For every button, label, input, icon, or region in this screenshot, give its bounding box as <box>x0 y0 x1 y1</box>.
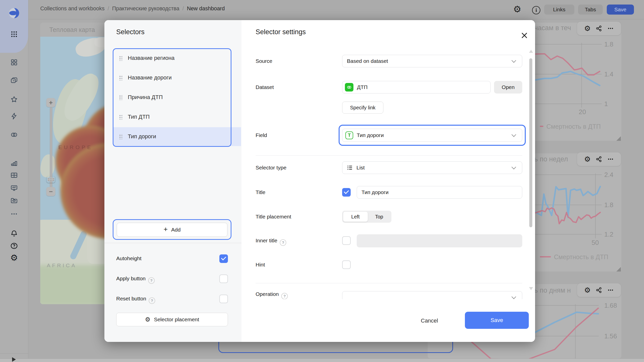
reset-button-checkbox[interactable] <box>219 295 228 303</box>
gear-icon[interactable] <box>584 287 591 294</box>
section-divider <box>256 283 522 283</box>
settings-panel-title: Selector settings <box>256 28 306 36</box>
title-label: Title <box>256 189 265 195</box>
drag-handle-icon[interactable] <box>119 75 122 80</box>
source-select[interactable]: Based on dataset <box>342 55 522 67</box>
chevron-down-icon <box>511 294 516 299</box>
source-value: Based on dataset <box>347 58 388 64</box>
reset-button-label: Reset button <box>116 296 155 304</box>
more-icon[interactable] <box>607 287 614 293</box>
title-placement-label: Title placement <box>256 214 291 220</box>
selector-item-label: Причина ДТП <box>128 94 163 101</box>
inner-title-label: Inner title <box>256 238 286 246</box>
more-icon[interactable] <box>607 25 614 32</box>
close-icon[interactable] <box>520 31 529 40</box>
inner-title-checkbox[interactable] <box>342 236 351 245</box>
title-input-value: Тип дороги <box>361 189 389 195</box>
list-icon <box>347 165 353 171</box>
operation-row-clipped: Operation <box>242 287 535 299</box>
dataset-field[interactable]: ДТП <box>342 81 491 94</box>
gear-icon[interactable] <box>584 156 591 163</box>
hint-label: Hint <box>256 262 265 268</box>
share-icon[interactable] <box>596 287 602 293</box>
placement-button-label: Selector placement <box>154 316 199 323</box>
apply-button-checkbox[interactable] <box>219 275 228 283</box>
source-label: Source <box>256 58 272 64</box>
expand-play-icon[interactable] <box>12 357 16 362</box>
help-icon[interactable] <box>281 293 288 299</box>
cancel-button[interactable]: Cancel <box>416 314 443 328</box>
save-button[interactable]: Save <box>465 312 529 329</box>
resize-handle[interactable] <box>616 136 621 141</box>
selector-type-value: List <box>356 165 365 171</box>
help-icon[interactable] <box>280 239 286 246</box>
drag-handle-icon[interactable] <box>119 114 122 120</box>
dataset-icon <box>345 83 353 92</box>
autoheight-label: Autoheight <box>116 255 141 261</box>
section-divider <box>256 155 522 156</box>
field-value: Тип дороги <box>357 132 384 138</box>
open-dataset-button[interactable]: Open <box>494 81 522 94</box>
operation-label: Operation <box>256 291 288 299</box>
selector-item-label: Тип дороги <box>128 133 156 140</box>
resize-handle[interactable] <box>616 267 621 272</box>
selector-type-select[interactable]: List <box>342 161 522 174</box>
apply-button-label: Apply button <box>116 276 155 284</box>
chevron-down-icon <box>511 132 516 137</box>
selector-list-item[interactable]: Название региона <box>113 48 231 68</box>
selector-item-label: Название региона <box>128 55 175 61</box>
help-icon[interactable] <box>149 297 155 304</box>
chart-widget-toolbar <box>577 22 621 35</box>
scroll-down-icon[interactable] <box>529 287 533 290</box>
help-icon[interactable] <box>148 277 155 284</box>
selector-item-label: Название дороги <box>128 74 172 81</box>
gear-icon[interactable] <box>584 25 591 32</box>
more-icon[interactable] <box>607 156 614 162</box>
drag-handle-icon[interactable] <box>119 55 122 61</box>
scrollbar-thumb[interactable] <box>529 58 532 227</box>
add-button-label: Add <box>171 227 180 233</box>
title-checkbox[interactable] <box>342 188 351 197</box>
text-field-type-icon: T <box>345 131 353 139</box>
title-placement-segmented: Left Top <box>342 211 391 223</box>
app-root: Collections and workbooks/Практические р… <box>0 0 644 362</box>
add-selector-button[interactable]: Add <box>117 223 227 237</box>
inner-title-input-disabled <box>357 234 522 247</box>
hint-check_box[interactable] <box>342 260 351 269</box>
operation-select[interactable] <box>342 291 522 299</box>
chart-widget-title: ь по дням н <box>534 287 571 294</box>
plus-icon <box>164 227 168 233</box>
title-input[interactable]: Тип дороги <box>357 186 522 199</box>
specify-link-button[interactable]: Specify link <box>342 102 383 114</box>
selectors-panel-title: Selectors <box>116 28 145 36</box>
chevron-down-icon <box>511 58 516 63</box>
selector-type-label: Selector type <box>256 165 287 171</box>
chart-widget-toolbar <box>577 152 621 166</box>
field-label: Field <box>256 132 267 138</box>
panel-divider <box>104 243 242 243</box>
dataset-value: ДТП <box>357 84 368 90</box>
gear-icon <box>145 316 150 323</box>
placement-left-option[interactable]: Left <box>343 212 368 222</box>
selector-list-item-selected[interactable]: Тип дороги <box>113 127 231 146</box>
scroll-up-icon[interactable] <box>529 50 533 53</box>
selector-list-item[interactable]: Название дороги <box>113 68 231 87</box>
dataset-label: Dataset <box>256 84 274 90</box>
drag-handle-icon[interactable] <box>119 134 122 139</box>
drag-handle-icon[interactable] <box>119 95 122 100</box>
chevron-down-icon <box>511 165 516 169</box>
field-select[interactable]: T Тип дороги <box>342 129 522 142</box>
chart-widget-toolbar <box>577 283 621 297</box>
autoheight-checkbox[interactable] <box>219 254 228 263</box>
chart-widget-title: часам в теч <box>534 24 571 32</box>
selector-list-item[interactable]: Причина ДТП <box>113 87 231 107</box>
share-icon[interactable] <box>596 25 602 32</box>
selector-item-label: Тип ДТП <box>128 114 150 120</box>
chart-widget-title: ь по недел <box>534 155 568 163</box>
selector-list-item[interactable]: Тип ДТП <box>113 107 231 127</box>
selector-placement-button[interactable]: Selector placement <box>116 313 228 326</box>
share-icon[interactable] <box>596 156 602 162</box>
bottom-bar <box>0 358 644 362</box>
placement-top-option[interactable]: Top <box>368 212 390 222</box>
